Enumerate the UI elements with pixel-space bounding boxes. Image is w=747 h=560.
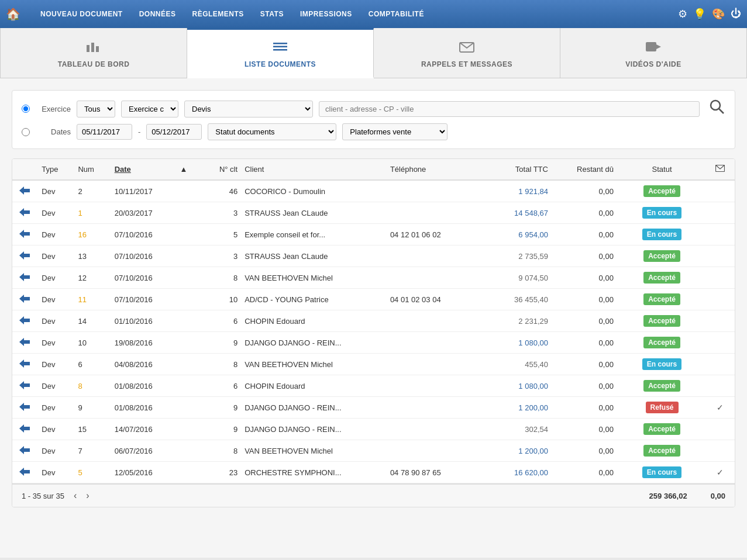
radio-exercice[interactable]: [22, 105, 30, 113]
row-action-icon[interactable]: [12, 224, 37, 246]
col-header-nclt[interactable]: N° clt: [197, 159, 240, 180]
col-header-statut[interactable]: Statut: [618, 159, 705, 180]
statut-badge[interactable]: Accepté: [643, 272, 680, 284]
table-row[interactable]: Dev 11 07/10/2016 10 AD/CD - YOUNG Patri…: [12, 289, 735, 310]
table-row[interactable]: Dev 13 07/10/2016 3 STRAUSS Jean CLaude …: [12, 246, 735, 267]
bulb-icon[interactable]: 💡: [693, 8, 706, 20]
col-header-sort-arrow[interactable]: ▲: [175, 159, 197, 180]
row-statut[interactable]: Accepté: [618, 332, 705, 354]
tab-liste-documents[interactable]: LISTE DOCUMENTS: [187, 28, 374, 78]
row-client[interactable]: COCORICO - Dumoulin: [240, 180, 385, 202]
col-header-rest[interactable]: Restant dû: [553, 159, 618, 180]
row-statut[interactable]: Accepté: [618, 375, 705, 397]
statut-badge[interactable]: Accepté: [643, 423, 680, 435]
nav-impressions[interactable]: IMPRESSIONS: [292, 10, 360, 18]
row-action-icon[interactable]: [12, 267, 37, 289]
settings-icon[interactable]: ⚙: [678, 8, 687, 20]
row-action-icon[interactable]: [12, 246, 37, 267]
exercice-c-select[interactable]: Exercice c: [121, 101, 178, 117]
statut-badge[interactable]: En cours: [642, 207, 681, 219]
client-search-input[interactable]: [319, 101, 700, 117]
row-client[interactable]: DJANGO DJANGO - REIN...: [240, 419, 385, 440]
statut-badge[interactable]: En cours: [642, 358, 681, 370]
table-row[interactable]: Dev 9 01/08/2016 9 DJANGO DJANGO - REIN.…: [12, 397, 735, 419]
row-statut[interactable]: Refusé: [618, 397, 705, 419]
row-num[interactable]: 1: [73, 202, 109, 224]
row-num[interactable]: 5: [73, 462, 109, 483]
row-client[interactable]: ORCHESTRE SYMPHONI...: [240, 462, 385, 483]
row-action-icon[interactable]: [12, 375, 37, 397]
row-client[interactable]: VAN BEETHOVEN Michel: [240, 440, 385, 462]
table-row[interactable]: Dev 15 14/07/2016 9 DJANGO DJANGO - REIN…: [12, 419, 735, 440]
tab-tableau-de-bord[interactable]: TABLEAU DE BORD: [0, 28, 187, 78]
row-num[interactable]: 13: [73, 246, 109, 267]
date-from-input[interactable]: [77, 124, 132, 140]
nav-stats[interactable]: STATS: [252, 10, 292, 18]
statut-badge[interactable]: Accepté: [643, 250, 680, 262]
row-num[interactable]: 8: [73, 375, 109, 397]
col-header-ttc[interactable]: Total TTC: [480, 159, 553, 180]
nav-donnees[interactable]: DONNÉES: [131, 10, 184, 18]
table-row[interactable]: Dev 2 10/11/2017 46 COCORICO - Dumoulin …: [12, 180, 735, 202]
table-row[interactable]: Dev 8 01/08/2016 6 CHOPIN Edouard 1 080,…: [12, 375, 735, 397]
tab-rappels-messages[interactable]: RAPPELS ET MESSAGES: [374, 28, 560, 78]
statut-badge[interactable]: Accepté: [643, 337, 680, 348]
table-row[interactable]: Dev 12 07/10/2016 8 VAN BEETHOVEN Michel…: [12, 267, 735, 289]
table-row[interactable]: Dev 1 20/03/2017 3 STRAUSS Jean CLaude 1…: [12, 202, 735, 224]
row-statut[interactable]: En cours: [618, 462, 705, 483]
document-type-select[interactable]: Devis: [184, 101, 313, 117]
nav-reglements[interactable]: RÈGLEMENTS: [184, 10, 252, 18]
statut-select[interactable]: Statut documents: [208, 123, 336, 140]
row-client[interactable]: CHOPIN Edouard: [240, 310, 385, 332]
row-num[interactable]: 6: [73, 354, 109, 375]
row-statut[interactable]: En cours: [618, 354, 705, 375]
row-num[interactable]: 2: [73, 180, 109, 202]
table-row[interactable]: Dev 6 04/08/2016 8 VAN BEETHOVEN Michel …: [12, 354, 735, 375]
radio-dates[interactable]: [22, 128, 30, 136]
row-statut[interactable]: Accepté: [618, 267, 705, 289]
exercice-select[interactable]: Tous: [77, 101, 115, 117]
row-num[interactable]: 10: [73, 332, 109, 354]
row-statut[interactable]: Accepté: [618, 310, 705, 332]
row-statut[interactable]: Accepté: [618, 419, 705, 440]
table-row[interactable]: Dev 16 07/10/2016 5 Exemple conseil et f…: [12, 224, 735, 246]
row-client[interactable]: AD/CD - YOUNG Patrice: [240, 289, 385, 310]
statut-badge[interactable]: En cours: [642, 466, 681, 478]
row-client[interactable]: Exemple conseil et for...: [240, 224, 385, 246]
row-action-icon[interactable]: [12, 397, 37, 419]
palette-icon[interactable]: 🎨: [712, 8, 725, 20]
col-header-tel[interactable]: Téléphone: [385, 159, 480, 180]
row-client[interactable]: CHOPIN Edouard: [240, 375, 385, 397]
row-num[interactable]: 16: [73, 224, 109, 246]
row-client[interactable]: STRAUSS Jean CLaude: [240, 202, 385, 224]
statut-badge[interactable]: En cours: [642, 229, 681, 240]
row-num[interactable]: 11: [73, 289, 109, 310]
date-to-input[interactable]: [146, 124, 202, 140]
table-row[interactable]: Dev 10 19/08/2016 9 DJANGO DJANGO - REIN…: [12, 332, 735, 354]
row-statut[interactable]: Accepté: [618, 289, 705, 310]
home-icon[interactable]: 🏠: [6, 7, 20, 21]
col-header-num[interactable]: Num: [73, 159, 109, 180]
row-action-icon[interactable]: [12, 310, 37, 332]
row-client[interactable]: VAN BEETHOVEN Michel: [240, 267, 385, 289]
row-statut[interactable]: Accepté: [618, 440, 705, 462]
row-statut[interactable]: En cours: [618, 224, 705, 246]
row-action-icon[interactable]: [12, 332, 37, 354]
row-statut[interactable]: Accepté: [618, 180, 705, 202]
row-num[interactable]: 14: [73, 310, 109, 332]
statut-badge[interactable]: Accepté: [643, 445, 680, 457]
plateforme-select[interactable]: Plateformes vente: [342, 123, 447, 140]
row-action-icon[interactable]: [12, 462, 37, 483]
row-statut[interactable]: Accepté: [618, 246, 705, 267]
prev-page-button[interactable]: ‹: [70, 489, 80, 502]
row-client[interactable]: DJANGO DJANGO - REIN...: [240, 332, 385, 354]
row-num[interactable]: 12: [73, 267, 109, 289]
row-action-icon[interactable]: [12, 202, 37, 224]
statut-badge[interactable]: Accepté: [643, 293, 680, 305]
col-header-client[interactable]: Client: [240, 159, 385, 180]
row-client[interactable]: VAN BEETHOVEN Michel: [240, 354, 385, 375]
row-client[interactable]: STRAUSS Jean CLaude: [240, 246, 385, 267]
row-action-icon[interactable]: [12, 440, 37, 462]
col-header-type[interactable]: Type: [37, 159, 73, 180]
row-num[interactable]: 9: [73, 397, 109, 419]
